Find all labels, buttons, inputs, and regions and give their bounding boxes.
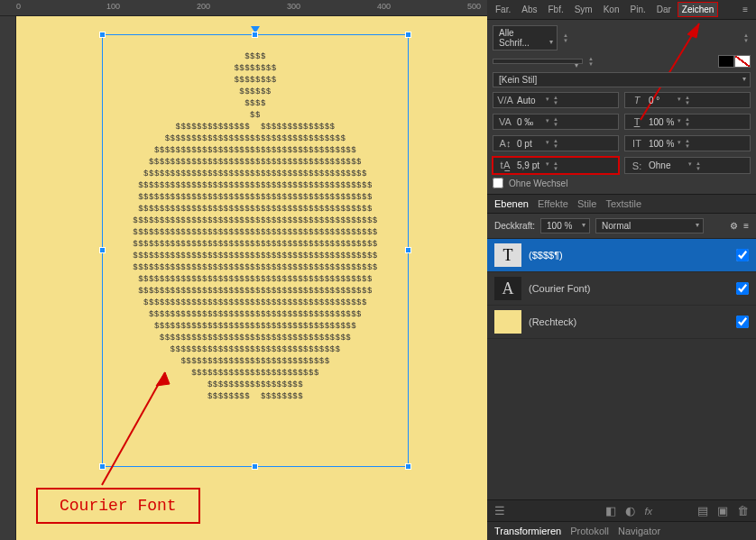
tab-stile[interactable]: Stile bbox=[577, 198, 596, 209]
handle-top-left[interactable] bbox=[99, 32, 106, 38]
tab-dar[interactable]: Dar bbox=[652, 2, 676, 17]
stroke-color-swatch[interactable] bbox=[734, 55, 751, 68]
tab-protokoll[interactable]: Protokoll bbox=[570, 526, 609, 536]
handle-top-mid[interactable] bbox=[252, 32, 258, 38]
tab-ebenen[interactable]: Ebenen bbox=[494, 198, 529, 209]
tab-pin[interactable]: Pin. bbox=[626, 2, 650, 17]
language-icon: S: bbox=[627, 160, 647, 171]
ruler-horizontal: 0 100 200 300 400 500 bbox=[0, 0, 487, 16]
handle-bottom-mid[interactable] bbox=[252, 463, 258, 470]
ohne-wechsel-label: Ohne Wechsel bbox=[509, 178, 567, 188]
svg-marker-3 bbox=[687, 23, 699, 38]
layer-thumb-rectangle-icon bbox=[494, 310, 521, 334]
svg-marker-1 bbox=[156, 372, 170, 386]
layer-row[interactable]: T ($$$$¶) bbox=[487, 239, 756, 272]
vscale-icon: IT bbox=[627, 138, 647, 149]
blend-mode-dropdown[interactable]: Normal bbox=[595, 218, 704, 233]
tab-sym[interactable]: Sym bbox=[570, 2, 597, 17]
layer-visibility-checkbox[interactable] bbox=[736, 249, 749, 261]
leading-icon: tA̲ bbox=[495, 160, 515, 171]
layer-visibility-checkbox[interactable] bbox=[736, 316, 749, 328]
tab-navigator[interactable]: Navigator bbox=[618, 526, 660, 536]
ruler-vertical bbox=[0, 16, 16, 540]
panel-menu-icon[interactable]: ≡ bbox=[738, 2, 752, 17]
layers-toolbar: ☰ ◧ ◐ fx ▤ ▣ 🗑 bbox=[487, 499, 756, 521]
tab-textstile[interactable]: Textstile bbox=[605, 198, 641, 209]
opacity-label: Deckkraft: bbox=[494, 221, 535, 231]
tab-effekte[interactable]: Effekte bbox=[538, 198, 568, 209]
handle-top-right[interactable] bbox=[405, 32, 411, 38]
opacity-input[interactable]: 100 % bbox=[540, 218, 590, 233]
tab-far[interactable]: Far. bbox=[491, 2, 515, 17]
adjust-icon[interactable]: ◐ bbox=[625, 504, 635, 517]
character-style-dropdown[interactable]: [Kein Stil] bbox=[493, 72, 751, 87]
tab-transformieren[interactable]: Transformieren bbox=[494, 526, 561, 536]
layers-list: T ($$$$¶) A (Courier Font) (Rechteck) bbox=[487, 239, 756, 499]
svg-line-0 bbox=[102, 372, 165, 485]
tab-zeichen[interactable]: Zeichen bbox=[678, 2, 719, 17]
kerning-icon: V/A bbox=[495, 95, 515, 105]
ohne-wechsel-checkbox[interactable] bbox=[493, 178, 503, 188]
vertical-scale-input[interactable]: IT 100 % ▲▼ bbox=[624, 135, 751, 151]
gear-icon[interactable]: ⚙ bbox=[730, 221, 738, 231]
leading-input[interactable]: tA̲ 5,9 pt ▲▼ bbox=[493, 157, 619, 174]
layer-thumb-text-icon: T bbox=[494, 243, 521, 267]
tab-fbf[interactable]: Fbf. bbox=[543, 2, 567, 17]
layer-thumb-artistic-text-icon: A bbox=[494, 277, 521, 300]
baseline-shift-input[interactable]: A↕ 0 pt ▲▼ bbox=[493, 135, 619, 151]
annotation-arrow-icon bbox=[79, 359, 188, 494]
layer-row[interactable]: A (Courier Font) bbox=[487, 272, 756, 306]
layer-row[interactable]: (Rechteck) bbox=[487, 306, 756, 339]
canvas[interactable]: $$$$ $$$$$$$$ $$$$$$$$ $$$$$$ $$$$ $$ $$… bbox=[16, 16, 487, 540]
group-icon[interactable]: ▣ bbox=[717, 504, 728, 517]
font-style-dropdown[interactable] bbox=[493, 59, 583, 64]
panel-menu-icon[interactable]: ≡ bbox=[743, 221, 749, 231]
baseline-icon: A↕ bbox=[495, 138, 515, 149]
fx-icon[interactable]: fx bbox=[644, 506, 652, 517]
tab-kon[interactable]: Kon bbox=[599, 2, 624, 17]
mask-icon[interactable]: ◧ bbox=[605, 504, 616, 517]
ascii-art-text[interactable]: $$$$ $$$$$$$$ $$$$$$$$ $$$$$$ $$$$ $$ $$… bbox=[103, 51, 408, 403]
tab-abs[interactable]: Abs bbox=[517, 2, 541, 17]
font-size-stepper[interactable]: ▲▼ bbox=[742, 32, 751, 43]
layers-stack-icon[interactable]: ☰ bbox=[494, 504, 505, 517]
bottom-panel-tabs: Transformieren Protokoll Navigator bbox=[487, 521, 756, 540]
handle-bottom-right[interactable] bbox=[405, 463, 411, 470]
language-input[interactable]: S: Ohne ▲▼ bbox=[624, 157, 751, 174]
font-family-dropdown[interactable]: Alle Schrif... bbox=[493, 25, 558, 50]
delete-layer-icon[interactable]: 🗑 bbox=[737, 504, 749, 517]
tracking-icon: VA bbox=[495, 116, 515, 127]
layers-panel-tabs: Ebenen Effekte Stile Textstile bbox=[487, 195, 756, 214]
layer-visibility-checkbox[interactable] bbox=[736, 282, 749, 295]
add-pixel-layer-icon[interactable]: ▤ bbox=[697, 504, 708, 517]
fill-color-swatch[interactable] bbox=[718, 55, 734, 68]
